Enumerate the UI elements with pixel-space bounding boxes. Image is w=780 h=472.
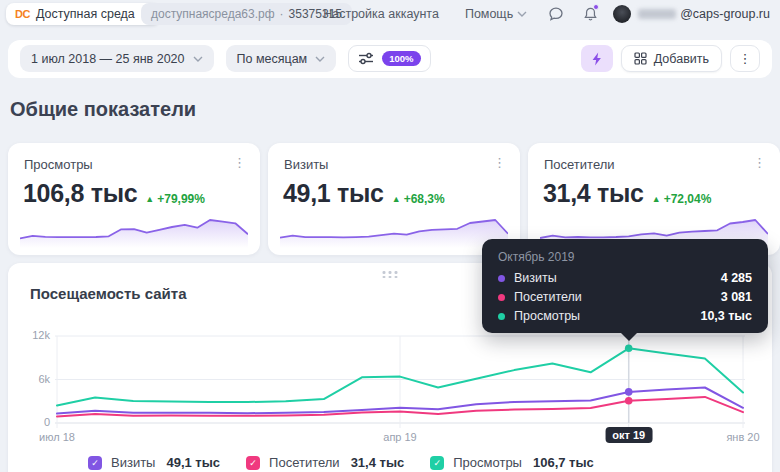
highlight-point [625, 397, 633, 405]
chevron-down-icon [517, 11, 527, 17]
metric-title: Посетители [544, 157, 615, 172]
tooltip-label: Посетители [514, 290, 582, 304]
tooltip-label: Визиты [514, 271, 557, 285]
x-axis-label: янв 20 [726, 431, 759, 443]
toolbar-left: 1 июл 2018 — 25 янв 2020 По месяцам 100% [20, 45, 431, 72]
sampling-badge: 100% [382, 51, 420, 66]
avatar[interactable] [613, 5, 631, 23]
chat-bubble-icon [548, 6, 564, 22]
notification-dot [593, 4, 599, 10]
tooltip-row: Визиты4 285 [498, 271, 752, 285]
sparkline-chart [280, 214, 508, 248]
legend-label: Посетители [269, 455, 340, 470]
card-menu-button[interactable]: ⋮ [749, 153, 770, 172]
help-label: Помощь [465, 7, 513, 21]
legend-checkbox[interactable]: ✓ [430, 456, 444, 470]
metric-card-views: Просмотры ⋮ 106,8 тыс ▲+79,99% [8, 143, 260, 255]
chart-plot-area[interactable] [55, 336, 745, 423]
user-name-redacted [638, 9, 676, 19]
metric-value: 49,1 тыс [283, 179, 384, 208]
card-menu-button[interactable]: ⋮ [229, 153, 250, 172]
y-axis-label: 12k [22, 329, 50, 341]
more-options-button[interactable]: ⋮ [730, 45, 760, 72]
chart-legend: ✓Визиты49,1 тыс✓Посетители31,4 тыс✓Просм… [88, 455, 594, 470]
y-axis-label: 0 [22, 416, 50, 428]
chart-tooltip: Октябрь 2019 Визиты4 285Посетители3 081П… [482, 239, 768, 333]
user-email[interactable]: @caps-group.ru [680, 7, 770, 21]
tooltip-label: Просмотры [514, 309, 580, 323]
y-axis-label: 6k [22, 373, 50, 385]
triangle-up-icon: ▲ [145, 194, 154, 204]
triangle-up-icon: ▲ [652, 194, 661, 204]
metric-delta: ▲+79,99% [145, 192, 205, 206]
x-axis-label: июл 18 [39, 431, 75, 443]
legend-item: ✓Просмотры106,7 тыс [430, 455, 594, 470]
account-settings-link[interactable]: Настройка аккаунта [323, 7, 439, 21]
chat-button[interactable] [547, 5, 565, 23]
x-axis-highlight-badge: окт 19 [605, 427, 652, 443]
tooltip-arrow [620, 332, 638, 341]
sampling-control[interactable]: 100% [348, 45, 430, 72]
metric-title: Просмотры [24, 157, 93, 172]
toolbar-right: Добавить ⋮ [581, 45, 760, 72]
x-axis-label: апр 19 [383, 431, 416, 443]
add-widget-button[interactable]: Добавить [621, 45, 722, 72]
chart-title: Посещаемость сайта [30, 285, 186, 302]
tooltip-rows: Визиты4 285Посетители3 081Просмотры10,3 … [498, 271, 752, 323]
metric-card-visits: Визиты ⋮ 49,1 тыс ▲+68,3% [268, 143, 520, 255]
series-color-dot [498, 275, 505, 282]
metric-delta: ▲+68,3% [392, 192, 445, 206]
top-nav: Настройка аккаунта Помощь @caps-group.ru [323, 0, 770, 28]
counter-logo-icon: DC [15, 8, 30, 20]
chevron-down-icon [315, 56, 325, 62]
tooltip-value: 3 081 [721, 290, 752, 304]
series-color-dot [498, 313, 505, 320]
card-menu-button[interactable]: ⋮ [489, 153, 510, 172]
project-selector[interactable]: DC Доступная среда [6, 3, 160, 25]
site-url: доступнаясреда63.рф [151, 7, 275, 21]
legend-value: 31,4 тыс [351, 455, 405, 470]
legend-item: ✓Визиты49,1 тыс [88, 455, 220, 470]
site-info: доступнаясреда63.рф · 35375315 [141, 3, 352, 25]
report-toolbar: 1 июл 2018 — 25 янв 2020 По месяцам 100% [8, 40, 772, 78]
legend-label: Визиты [111, 455, 155, 470]
legend-value: 49,1 тыс [166, 455, 220, 470]
legend-value: 106,7 тыс [533, 455, 594, 470]
top-bar: DC Доступная среда доступнаясреда63.рф ·… [0, 0, 780, 28]
highlight-point [625, 388, 633, 396]
section-title: Общие показатели [10, 98, 196, 121]
tooltip-row: Посетители3 081 [498, 290, 752, 304]
lightning-bolt-icon [591, 52, 603, 66]
project-name: Доступная среда [36, 7, 135, 21]
sliders-icon [358, 52, 374, 65]
tooltip-value: 4 285 [721, 271, 752, 285]
tooltip-title: Октябрь 2019 [498, 250, 752, 264]
tooltip-row: Просмотры10,3 тыс [498, 309, 752, 323]
x-axis: июл 18апр 19окт 19янв 20 [55, 429, 745, 449]
legend-checkbox[interactable]: ✓ [88, 456, 102, 470]
metric-title: Визиты [284, 157, 328, 172]
separator: · [280, 7, 284, 21]
series-color-dot [498, 294, 505, 301]
add-widget-label: Добавить [654, 52, 709, 66]
date-range-label: 1 июл 2018 — 25 янв 2020 [31, 52, 185, 66]
help-menu[interactable]: Помощь [465, 7, 527, 21]
grouping-label: По месяцам [237, 52, 308, 66]
highlight-point [625, 345, 633, 353]
line-chart-canvas[interactable] [55, 336, 745, 428]
grouping-selector[interactable]: По месяцам [226, 45, 337, 72]
legend-item: ✓Посетители31,4 тыс [246, 455, 404, 470]
legend-checkbox[interactable]: ✓ [246, 456, 260, 470]
drag-handle[interactable] [381, 269, 400, 280]
triangle-up-icon: ▲ [392, 194, 401, 204]
metric-delta: ▲+72,04% [652, 192, 712, 206]
legend-label: Просмотры [453, 455, 522, 470]
widgets-grid-icon [634, 52, 647, 65]
quick-actions-button[interactable] [581, 45, 613, 72]
metric-value: 106,8 тыс [23, 179, 137, 208]
metric-value: 31,4 тыс [543, 179, 644, 208]
sparkline-chart [20, 214, 248, 248]
notifications-button[interactable] [581, 5, 599, 23]
date-range-picker[interactable]: 1 июл 2018 — 25 янв 2020 [20, 45, 214, 72]
chevron-down-icon [193, 56, 203, 62]
